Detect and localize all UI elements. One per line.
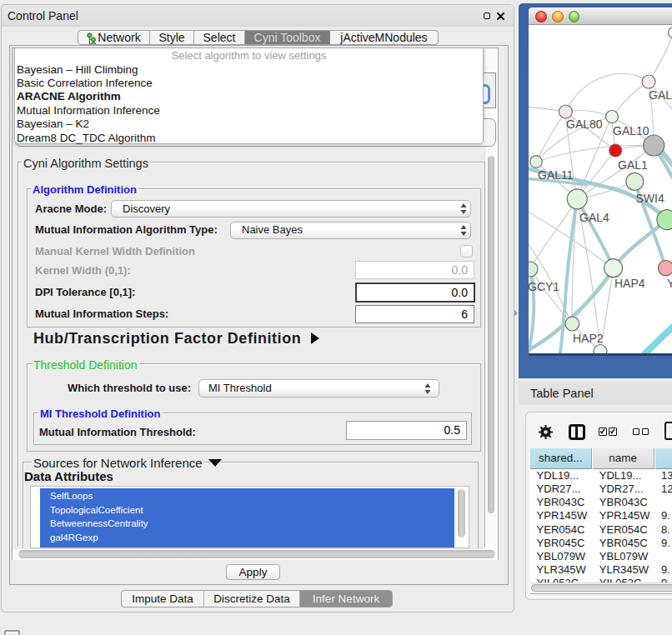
svg-text:Y: Y bbox=[667, 277, 672, 290]
svg-text:HAP4: HAP4 bbox=[614, 277, 645, 290]
svg-text:GCY1: GCY1 bbox=[529, 280, 559, 293]
svg-text:GAL4: GAL4 bbox=[579, 211, 609, 224]
svg-text:GAL11: GAL11 bbox=[538, 168, 574, 182]
svg-text:GAL80: GAL80 bbox=[566, 118, 603, 131]
svg-text:GAL10: GAL10 bbox=[613, 124, 649, 138]
svg-text:GAL1: GAL1 bbox=[618, 158, 648, 172]
svg-text:SWI4: SWI4 bbox=[636, 192, 664, 205]
svg-text:GAL2: GAL2 bbox=[649, 88, 672, 102]
svg-text:HAP2: HAP2 bbox=[573, 332, 604, 345]
